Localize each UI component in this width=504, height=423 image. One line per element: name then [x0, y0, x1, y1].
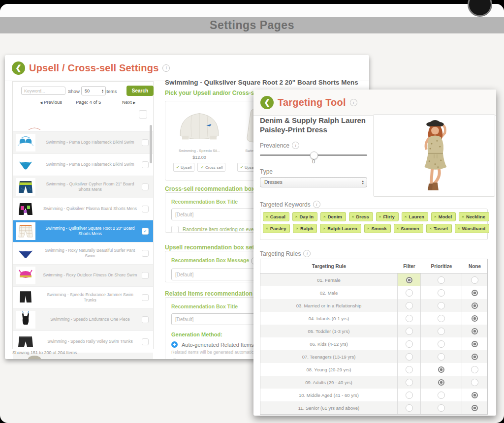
- prioritize-cell[interactable]: [421, 401, 462, 414]
- prioritize-radio[interactable]: [438, 353, 445, 361]
- prevalence-slider[interactable]: [260, 154, 367, 156]
- second-generation-radio[interactable]: [171, 359, 178, 359]
- keyword-tag[interactable]: ×Casual: [263, 212, 289, 221]
- filter-radio[interactable]: [406, 302, 413, 309]
- filter-cell[interactable]: [398, 299, 421, 312]
- filter-radio[interactable]: [406, 404, 413, 412]
- filter-radio[interactable]: [406, 392, 413, 399]
- prioritize-radio[interactable]: [438, 392, 445, 399]
- filter-cell[interactable]: [398, 312, 421, 325]
- none-cell[interactable]: [462, 389, 487, 401]
- remove-icon[interactable]: ×: [462, 214, 464, 219]
- search-button[interactable]: Search: [126, 86, 154, 96]
- prioritize-radio[interactable]: [438, 366, 444, 373]
- none-radio[interactable]: [472, 328, 478, 334]
- prioritize-cell[interactable]: [421, 273, 462, 286]
- list-item[interactable]: Swimming - Speedo Endurance One Piece: [13, 309, 153, 331]
- filter-cell[interactable]: [398, 389, 421, 401]
- filter-radio[interactable]: [406, 340, 413, 348]
- randomize-checkbox[interactable]: [171, 226, 179, 233]
- info-icon[interactable]: i: [313, 201, 320, 208]
- prioritize-radio[interactable]: [438, 340, 445, 348]
- none-cell[interactable]: [462, 273, 487, 286]
- remove-icon[interactable]: ×: [266, 214, 268, 219]
- remove-icon[interactable]: ×: [434, 214, 437, 219]
- none-radio[interactable]: [472, 315, 478, 322]
- remove-icon[interactable]: ×: [296, 226, 298, 231]
- remove-icon[interactable]: ×: [323, 214, 326, 219]
- list-item[interactable]: Swimming - Quiksilver Square Root 2 20" …: [13, 220, 153, 242]
- back-icon[interactable]: ❮: [260, 96, 274, 109]
- item-checkbox[interactable]: [142, 338, 149, 345]
- none-radio[interactable]: [471, 366, 478, 373]
- keyword-tag[interactable]: ×Day In: [292, 212, 317, 221]
- item-checkbox[interactable]: [142, 139, 149, 146]
- keyword-tag[interactable]: ×Lauren: [402, 212, 428, 221]
- none-cell[interactable]: [462, 286, 487, 299]
- prioritize-cell[interactable]: [421, 286, 462, 299]
- none-radio[interactable]: [472, 392, 478, 398]
- select-all-checkbox[interactable]: [139, 110, 147, 119]
- filter-cell[interactable]: [398, 376, 421, 389]
- remove-icon[interactable]: ×: [323, 226, 325, 231]
- info-icon[interactable]: i: [350, 99, 357, 106]
- item-checkbox[interactable]: [142, 272, 149, 279]
- list-scrollbar[interactable]: [150, 125, 152, 163]
- filter-radio[interactable]: [406, 366, 413, 373]
- filter-radio[interactable]: [406, 315, 413, 322]
- prioritize-cell[interactable]: [421, 350, 462, 363]
- none-radio[interactable]: [472, 341, 478, 347]
- filter-radio[interactable]: [406, 328, 413, 335]
- info-icon[interactable]: i: [162, 64, 170, 72]
- auto-generated-radio[interactable]: [171, 341, 178, 348]
- list-item[interactable]: Swimming - Roxy Outdoor Fitness On Shore…: [13, 265, 153, 287]
- keyword-tag[interactable]: ×Dress: [349, 212, 373, 221]
- filter-cell[interactable]: [398, 401, 421, 414]
- prioritize-radio[interactable]: [438, 302, 445, 309]
- keyword-tag[interactable]: ×Flirty: [376, 212, 399, 221]
- none-cell[interactable]: [462, 401, 487, 414]
- none-cell[interactable]: [462, 376, 487, 389]
- filter-radio[interactable]: [406, 277, 412, 283]
- none-cell[interactable]: [462, 312, 487, 325]
- filter-cell[interactable]: [398, 273, 421, 286]
- remove-icon[interactable]: ×: [367, 226, 370, 231]
- keyword-tag[interactable]: ×Ralph Lauren: [320, 224, 361, 233]
- keyword-search-input[interactable]: [21, 87, 65, 95]
- item-checkbox[interactable]: [142, 250, 149, 257]
- remove-icon[interactable]: ×: [295, 214, 298, 219]
- remove-icon[interactable]: ×: [458, 226, 460, 231]
- cross-sell-toggle-button[interactable]: ✓Cross-sell: [197, 163, 225, 172]
- remove-icon[interactable]: ×: [379, 214, 381, 219]
- keyword-tag[interactable]: ×Waistband: [455, 224, 489, 233]
- previous-page-link[interactable]: ◀ Previous: [40, 99, 62, 105]
- keyword-tag[interactable]: ×Model: [431, 212, 456, 221]
- none-cell[interactable]: [462, 299, 487, 312]
- item-checkbox[interactable]: [142, 294, 149, 301]
- list-item[interactable]: Swimming - Puma Logo Halterneck Bikini S…: [13, 132, 153, 154]
- item-checkbox[interactable]: [142, 316, 149, 323]
- list-item[interactable]: Swimming - Quiksilver Cypher Room 21" Bo…: [13, 176, 153, 198]
- remove-icon[interactable]: ×: [266, 226, 268, 231]
- next-page-link[interactable]: Next ▶: [122, 99, 136, 105]
- remove-icon[interactable]: ×: [429, 226, 432, 231]
- none-radio[interactable]: [472, 405, 478, 411]
- none-radio[interactable]: [471, 379, 478, 386]
- prioritize-cell[interactable]: [421, 376, 462, 389]
- prioritize-radio[interactable]: [438, 328, 445, 335]
- none-radio[interactable]: [472, 290, 478, 296]
- prioritize-cell[interactable]: [421, 325, 462, 337]
- filter-cell[interactable]: [398, 286, 421, 299]
- prioritize-cell[interactable]: [421, 299, 462, 312]
- prioritize-cell[interactable]: [421, 363, 462, 376]
- filter-cell[interactable]: [398, 350, 421, 363]
- prioritize-cell[interactable]: [421, 337, 462, 350]
- filter-radio[interactable]: [406, 289, 413, 297]
- remove-icon[interactable]: ×: [352, 214, 354, 219]
- item-checkbox[interactable]: [142, 206, 149, 212]
- item-checkbox[interactable]: [142, 228, 149, 235]
- filter-cell[interactable]: [398, 363, 421, 376]
- keyword-tag[interactable]: ×Paisley: [263, 224, 290, 233]
- type-select[interactable]: Dresses ▲ ▼: [260, 177, 367, 187]
- keyword-tag[interactable]: ×Summer: [394, 224, 424, 233]
